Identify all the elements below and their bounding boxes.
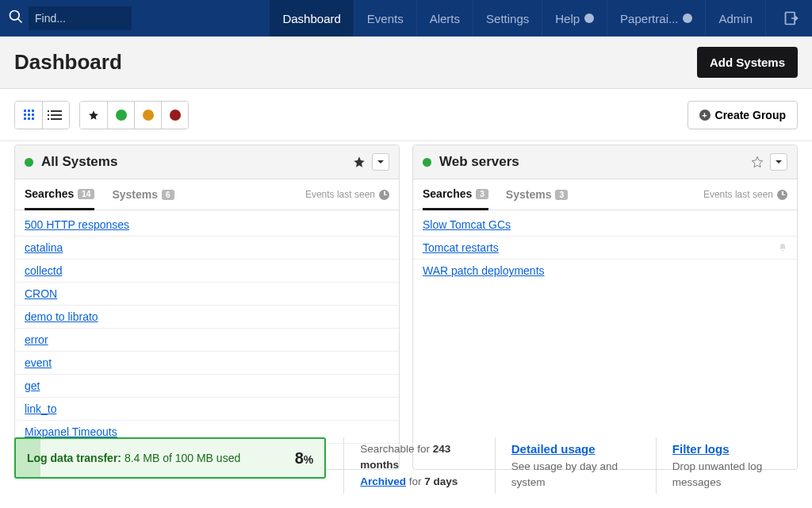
grid-icon xyxy=(24,110,34,120)
list-item: CRON xyxy=(15,283,399,306)
svg-point-3 xyxy=(683,13,692,23)
search-link[interactable]: event xyxy=(25,356,52,369)
dot-orange-icon xyxy=(143,110,154,121)
grid-view-button[interactable] xyxy=(15,102,42,129)
detailed-usage-link[interactable]: Detailed usage xyxy=(511,442,596,456)
search-link[interactable]: 500 HTTP responses xyxy=(25,218,129,231)
logout-icon[interactable] xyxy=(765,0,812,37)
list-item: WAR patch deployments xyxy=(413,260,797,282)
bell-icon xyxy=(778,243,787,252)
chevron-down-icon xyxy=(683,13,692,23)
search-link[interactable]: WAR patch deployments xyxy=(423,264,545,277)
usage-percent: 8% xyxy=(295,449,314,468)
filter-red-button[interactable] xyxy=(161,102,188,129)
status-dot-icon xyxy=(423,158,431,167)
search-link[interactable]: collectd xyxy=(25,264,62,277)
search-link[interactable]: demo to librato xyxy=(25,310,98,323)
panel-header: All Systems xyxy=(15,145,399,179)
filter-logs-link[interactable]: Filter logs xyxy=(672,442,730,456)
panel-menu-button[interactable] xyxy=(372,153,389,171)
svg-point-0 xyxy=(10,11,20,21)
list-item: link_to xyxy=(15,398,399,421)
list-item: Slow Tomcat GCs xyxy=(413,214,797,237)
status-dot-icon xyxy=(25,158,33,167)
panel-header: Web servers xyxy=(413,145,797,179)
view-toggle xyxy=(14,101,70,129)
panel-tabs: Searches14 Systems6 Events last seen xyxy=(15,179,399,210)
search-link[interactable]: get xyxy=(25,379,40,392)
search-link[interactable]: catalina xyxy=(25,241,63,254)
footer-filter: Filter logs Drop unwanted log messages xyxy=(656,437,798,494)
chevron-down-icon xyxy=(584,13,594,23)
filter-group xyxy=(79,101,189,129)
tab-systems[interactable]: Systems6 xyxy=(112,188,174,209)
panel-title: All Systems xyxy=(41,154,353,170)
list-icon xyxy=(51,110,62,120)
svg-point-2 xyxy=(584,13,594,23)
search-wrap xyxy=(0,0,138,37)
top-nav: Dashboard Events Alerts Settings Help Pa… xyxy=(0,0,812,37)
plus-icon: + xyxy=(699,110,710,121)
filter-orange-button[interactable] xyxy=(134,102,161,129)
footer-detailed: Detailed usage See usage by day and syst… xyxy=(495,437,638,494)
search-icon xyxy=(8,9,24,28)
star-icon xyxy=(88,110,99,121)
tab-searches[interactable]: Searches3 xyxy=(423,187,488,210)
nav-dashboard[interactable]: Dashboard xyxy=(269,0,353,37)
footer: Log data transfer: 8.4 MB of 100 MB used… xyxy=(14,437,798,494)
nav-alerts[interactable]: Alerts xyxy=(416,0,473,37)
star-button[interactable] xyxy=(751,156,764,168)
usage-label: Log data transfer: 8.4 MB of 100 MB used xyxy=(27,452,240,464)
add-systems-button[interactable]: Add Systems xyxy=(697,47,798,78)
events-last-seen: Events last seen xyxy=(305,189,389,208)
nav-admin[interactable]: Admin xyxy=(705,0,765,37)
list-item: collectd xyxy=(15,260,399,283)
panel-title: Web servers xyxy=(439,154,751,170)
nav-events[interactable]: Events xyxy=(354,0,416,37)
page-header: Dashboard Add Systems xyxy=(0,37,812,89)
list-item: demo to librato xyxy=(15,306,399,329)
panel-web-servers: Web servers Searches3 Systems3 Events la… xyxy=(412,144,798,470)
list-item: 500 HTTP responses xyxy=(15,214,399,237)
svg-line-1 xyxy=(18,19,22,23)
nav-papertrail[interactable]: Papertrai... xyxy=(607,0,705,37)
toolbar: +Create Group xyxy=(0,89,812,141)
tab-searches[interactable]: Searches14 xyxy=(25,187,94,210)
search-link[interactable]: error xyxy=(25,333,48,346)
panel-tabs: Searches3 Systems3 Events last seen xyxy=(413,179,797,210)
tab-systems[interactable]: Systems3 xyxy=(506,188,568,209)
search-link[interactable]: Slow Tomcat GCs xyxy=(423,218,511,231)
filter-star-button[interactable] xyxy=(80,102,107,129)
list-view-button[interactable] xyxy=(42,102,69,129)
list-item: get xyxy=(15,375,399,398)
search-input[interactable] xyxy=(29,6,132,30)
archived-link[interactable]: Archived xyxy=(360,475,406,487)
list-item: error xyxy=(15,329,399,352)
clock-icon xyxy=(379,190,389,200)
search-link[interactable]: link_to xyxy=(25,402,56,415)
page-title: Dashboard xyxy=(14,50,697,75)
panels: All Systems Searches14 Systems6 Events l… xyxy=(0,144,812,470)
search-link[interactable]: CRON xyxy=(25,287,57,300)
panel-all-systems: All Systems Searches14 Systems6 Events l… xyxy=(14,144,400,470)
dot-green-icon xyxy=(116,110,127,121)
list-item: event xyxy=(15,352,399,375)
footer-retention: Searchable for 243 months Archived for 7… xyxy=(343,437,477,494)
usage-bar: Log data transfer: 8.4 MB of 100 MB used… xyxy=(14,437,326,479)
search-list: Slow Tomcat GCs Tomcat restarts WAR patc… xyxy=(413,210,797,285)
events-last-seen: Events last seen xyxy=(703,189,787,208)
clock-icon xyxy=(777,190,787,200)
list-item: Tomcat restarts xyxy=(413,237,797,260)
panel-menu-button[interactable] xyxy=(770,153,787,171)
nav-settings[interactable]: Settings xyxy=(473,0,542,37)
list-item: catalina xyxy=(15,237,399,260)
search-link[interactable]: Tomcat restarts xyxy=(423,241,499,254)
create-group-button[interactable]: +Create Group xyxy=(688,101,798,129)
search-link[interactable]: Mixpanel Timeouts xyxy=(25,425,117,438)
filter-green-button[interactable] xyxy=(107,102,134,129)
search-list: 500 HTTP responses catalina collectd CRO… xyxy=(15,210,399,469)
dot-red-icon xyxy=(170,110,181,121)
star-button[interactable] xyxy=(353,156,366,168)
nav-help[interactable]: Help xyxy=(542,0,607,37)
